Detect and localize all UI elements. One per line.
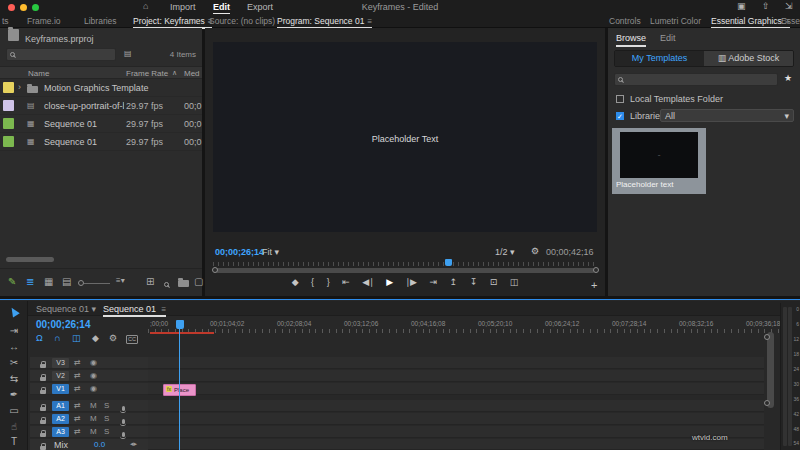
sequence-tab-inactive[interactable]: Sequence 01 ▾ xyxy=(36,304,96,314)
column-name[interactable]: Name xyxy=(28,69,49,78)
settings-wrench-icon[interactable]: ⚙ xyxy=(531,246,539,256)
templates-search-input[interactable] xyxy=(614,73,778,86)
play-button[interactable]: ▶ xyxy=(386,277,393,287)
timeline-settings-wrench-icon[interactable]: ⚙ xyxy=(109,333,117,343)
automate-to-sequence-button[interactable]: ⊞ xyxy=(146,276,154,287)
sort-icon[interactable]: ≡▾ xyxy=(116,276,125,285)
scrollbar-right-handle[interactable] xyxy=(593,267,599,273)
mac-zoom-button[interactable] xyxy=(32,4,39,11)
tab-source[interactable]: Source: (no clips) xyxy=(209,16,275,26)
timeline-ruler[interactable]: ;00;00 00;01;04;02 00;02;08;04 00;03;12;… xyxy=(148,319,790,333)
lift-button[interactable]: ↥ xyxy=(450,277,458,287)
program-scrub-ticks[interactable] xyxy=(213,262,597,266)
extract-button[interactable]: ↧ xyxy=(470,277,478,287)
tab-essential-sound[interactable]: Esse xyxy=(781,16,800,26)
track-target-v3[interactable]: V3 xyxy=(52,358,69,368)
adobe-stock-button[interactable]: ▥ Adobe Stock xyxy=(704,51,793,66)
left-tab-overflow[interactable]: » xyxy=(193,16,198,26)
sync-lock-icon[interactable]: ⇄ xyxy=(74,383,81,395)
add-marker-icon[interactable]: ◆ xyxy=(92,333,99,343)
label-chip[interactable] xyxy=(3,118,14,129)
nest-icon[interactable]: ◫ xyxy=(72,333,81,343)
tab-frameio[interactable]: Frame.io xyxy=(27,16,61,26)
libraries-dropdown[interactable]: All ▾ xyxy=(660,109,794,122)
new-item-button[interactable]: ▢ xyxy=(194,276,203,287)
selection-tool[interactable] xyxy=(0,307,28,318)
eye-icon[interactable]: ◉ xyxy=(90,370,97,382)
template-card[interactable]: – Placeholder text xyxy=(612,128,706,194)
timeline-playhead-handle[interactable] xyxy=(176,320,184,329)
project-writable-icon[interactable]: ✎ xyxy=(8,276,16,287)
mic-icon[interactable] xyxy=(122,416,125,426)
list-view-button[interactable]: ≣ xyxy=(26,276,34,287)
tab-browse[interactable]: Browse xyxy=(616,33,646,47)
track-target-a2[interactable]: A2 xyxy=(52,414,69,424)
tab-effect-controls[interactable]: Controls xyxy=(609,16,641,26)
icon-view-button[interactable]: ▦ xyxy=(44,276,53,287)
lock-icon[interactable] xyxy=(40,373,46,383)
filter-icon[interactable]: ▤ xyxy=(124,49,132,58)
track-target-a1[interactable]: A1 xyxy=(52,401,69,411)
lock-icon[interactable] xyxy=(40,416,46,426)
lock-icon[interactable] xyxy=(40,360,46,370)
mute-button[interactable]: M xyxy=(90,400,97,412)
solo-button[interactable]: S xyxy=(104,400,109,412)
local-templates-checkbox[interactable] xyxy=(616,95,624,103)
sync-lock-icon[interactable]: ⇄ xyxy=(74,370,81,382)
libraries-checkbox[interactable]: ✓ xyxy=(616,112,624,120)
playback-resolution-dropdown[interactable]: 1/2 ▾ xyxy=(495,247,515,257)
go-to-in-button[interactable]: ⇤ xyxy=(342,277,350,287)
program-timecode[interactable]: 00;00;26;14 xyxy=(215,247,264,257)
home-icon[interactable]: ⌂ xyxy=(143,1,148,11)
panel-menu-icon[interactable]: ≡ xyxy=(162,305,167,314)
label-chip[interactable] xyxy=(3,136,14,147)
menu-export[interactable]: Export xyxy=(247,2,273,12)
mac-minimize-button[interactable] xyxy=(20,4,27,11)
column-frame-rate[interactable]: Frame Rate xyxy=(126,69,168,78)
track-target-v2[interactable]: V2 xyxy=(52,371,69,381)
solo-button[interactable]: S xyxy=(104,413,109,425)
mark-out-button[interactable]: } xyxy=(327,277,330,287)
keyframe-nav-icon[interactable]: ◂▸ xyxy=(130,440,137,448)
find-button[interactable] xyxy=(164,279,169,289)
scrollbar-left-handle[interactable] xyxy=(212,267,218,273)
freeform-view-button[interactable]: ▤ xyxy=(62,276,71,287)
quick-export-icon[interactable]: ⇧ xyxy=(762,1,770,11)
sync-lock-icon[interactable]: ⇄ xyxy=(74,357,81,369)
mic-icon[interactable] xyxy=(122,429,125,439)
mute-button[interactable]: M xyxy=(90,413,97,425)
timeline-playhead-line[interactable] xyxy=(179,328,180,450)
step-forward-button[interactable]: ∣▶ xyxy=(406,277,417,287)
snap-icon[interactable]: Ω xyxy=(36,333,43,343)
column-media[interactable]: Med xyxy=(184,69,200,78)
eye-icon[interactable]: ◉ xyxy=(90,383,97,395)
sync-lock-icon[interactable]: ⇄ xyxy=(74,426,81,438)
my-templates-button[interactable]: My Templates xyxy=(615,51,704,66)
tab-edit[interactable]: Edit xyxy=(660,33,676,43)
pen-tool[interactable]: ✒ xyxy=(0,389,28,400)
star-filter-icon[interactable]: ★ xyxy=(784,73,792,83)
captions-badge[interactable]: CC xyxy=(126,335,138,344)
zoom-slider-track[interactable] xyxy=(84,283,110,284)
new-bin-button[interactable] xyxy=(178,279,189,289)
export-frame-button[interactable]: ⊡ xyxy=(490,277,498,287)
eye-icon[interactable]: ◉ xyxy=(90,357,97,369)
project-row-clip[interactable]: ▤ close-up-portrait-of-blue-an 29.97 fps… xyxy=(0,97,202,115)
slip-tool[interactable]: ⇆ xyxy=(0,373,28,384)
tab-libraries[interactable]: Libraries xyxy=(84,16,117,26)
project-search-input[interactable] xyxy=(6,48,116,61)
add-marker-button[interactable]: ◆ xyxy=(292,277,299,287)
panel-menu-icon[interactable]: ≡ xyxy=(367,17,372,26)
hand-tool[interactable]: ☝ xyxy=(0,421,28,432)
program-zoom-scrollbar[interactable] xyxy=(215,268,595,273)
project-row-sequence-1[interactable]: ▦ Sequence 01 29.97 fps 00;0 xyxy=(0,115,202,133)
tab-effects[interactable]: ts xyxy=(2,16,9,26)
lock-icon[interactable] xyxy=(40,386,46,396)
horizontal-scrollbar-thumb[interactable] xyxy=(6,257,54,262)
lock-icon[interactable] xyxy=(40,429,46,439)
tab-lumetri-color[interactable]: Lumetri Color xyxy=(650,16,701,26)
program-playhead[interactable] xyxy=(445,259,452,266)
sync-lock-icon[interactable]: ⇄ xyxy=(74,400,81,412)
go-to-out-button[interactable]: ⇥ xyxy=(430,277,438,287)
scrollbar-bottom-handle[interactable] xyxy=(764,400,770,406)
